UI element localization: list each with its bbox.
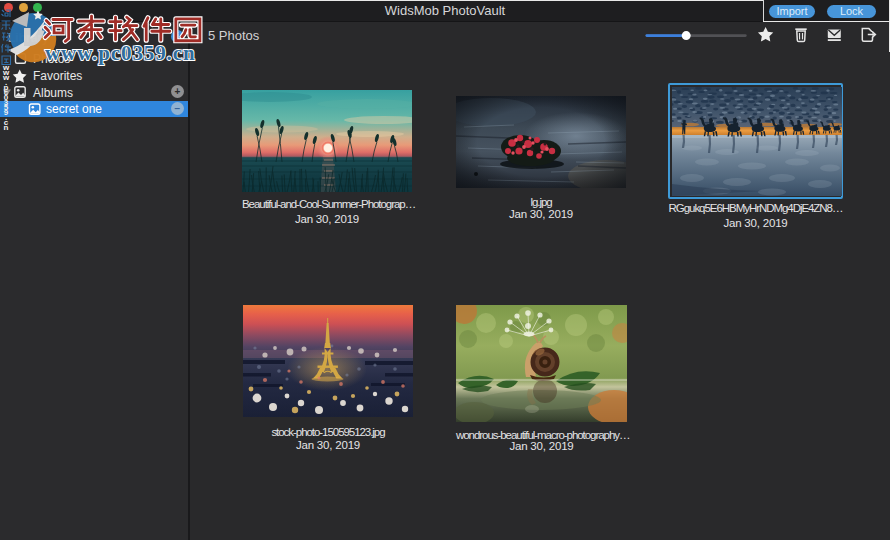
svg-text:www.pc0359.cn: www.pc0359.cn	[45, 41, 196, 65]
svg-text:n: n	[4, 123, 9, 132]
